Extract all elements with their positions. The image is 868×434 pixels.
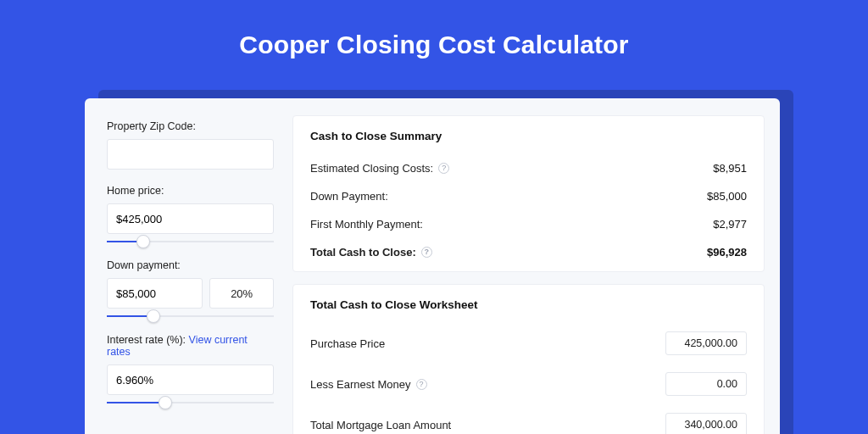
home-price-field[interactable]	[116, 213, 264, 225]
down-payment-label: Down payment:	[107, 259, 274, 271]
summary-total-label: Total Cash to Close:	[310, 246, 416, 259]
help-icon[interactable]: ?	[416, 379, 427, 390]
interest-rate-label: Interest rate (%): View current rates	[107, 334, 274, 358]
down-payment-pct-value: 20%	[231, 287, 253, 300]
worksheet-row-label: Purchase Price	[310, 337, 385, 350]
interest-rate-field[interactable]	[116, 374, 264, 387]
down-payment-slider[interactable]	[107, 312, 274, 322]
zip-label: Property Zip Code:	[107, 120, 274, 132]
slider-thumb[interactable]	[147, 309, 160, 323]
worksheet-row: Less Earnest Money?0.00	[310, 364, 747, 404]
summary-total-row: Total Cash to Close: ? $96,928	[310, 238, 747, 266]
summary-row-value: $8,951	[713, 162, 747, 175]
down-payment-field[interactable]	[116, 287, 193, 300]
worksheet-row-value[interactable]: 0.00	[665, 372, 747, 396]
worksheet-row: Purchase Price425,000.00	[310, 323, 747, 364]
summary-row-value: $85,000	[707, 190, 747, 203]
worksheet-row-value[interactable]: 425,000.00	[665, 331, 747, 355]
worksheet-row-label: Less Earnest Money	[310, 378, 411, 391]
summary-row-value: $2,977	[713, 218, 747, 231]
down-payment-input[interactable]	[107, 278, 203, 309]
interest-rate-label-text: Interest rate (%):	[107, 334, 189, 346]
help-icon[interactable]: ?	[438, 163, 449, 174]
summary-row-label: Estimated Closing Costs:	[310, 162, 433, 175]
down-payment-pct-input[interactable]: 20%	[209, 278, 274, 309]
inputs-sidebar: Property Zip Code: Home price: Down paym…	[85, 98, 292, 434]
worksheet-row: Total Mortgage Loan Amount340,000.00	[310, 404, 747, 434]
summary-row-label: First Monthly Payment:	[310, 218, 423, 231]
interest-rate-input[interactable]	[107, 364, 274, 395]
slider-thumb[interactable]	[136, 235, 150, 248]
help-icon[interactable]: ?	[421, 247, 432, 258]
home-price-input[interactable]	[107, 203, 274, 234]
calculator-panel: Property Zip Code: Home price: Down paym…	[85, 98, 780, 434]
slider-thumb[interactable]	[159, 396, 172, 409]
summary-row: Estimated Closing Costs:?$8,951	[310, 154, 747, 182]
summary-row: First Monthly Payment:$2,977	[310, 210, 747, 238]
cash-to-close-summary-card: Cash to Close Summary Estimated Closing …	[292, 115, 765, 272]
home-price-label: Home price:	[107, 185, 274, 197]
interest-rate-slider[interactable]	[107, 398, 274, 409]
home-price-slider[interactable]	[107, 237, 274, 248]
slider-fill	[107, 402, 165, 403]
zip-input-field[interactable]	[116, 148, 264, 161]
page-title: Cooper Closing Cost Calculator	[0, 0, 868, 83]
zip-input[interactable]	[107, 139, 274, 170]
worksheet-row-value[interactable]: 340,000.00	[665, 413, 747, 434]
summary-title: Cash to Close Summary	[310, 130, 747, 142]
worksheet-row-label: Total Mortgage Loan Amount	[310, 419, 451, 431]
summary-row: Down Payment:$85,000	[310, 182, 747, 210]
summary-total-value: $96,928	[707, 246, 747, 259]
worksheet-title: Total Cash to Close Worksheet	[310, 298, 747, 311]
summary-row-label: Down Payment:	[310, 190, 388, 203]
results-main: Cash to Close Summary Estimated Closing …	[292, 98, 780, 434]
worksheet-card: Total Cash to Close Worksheet Purchase P…	[292, 284, 765, 434]
